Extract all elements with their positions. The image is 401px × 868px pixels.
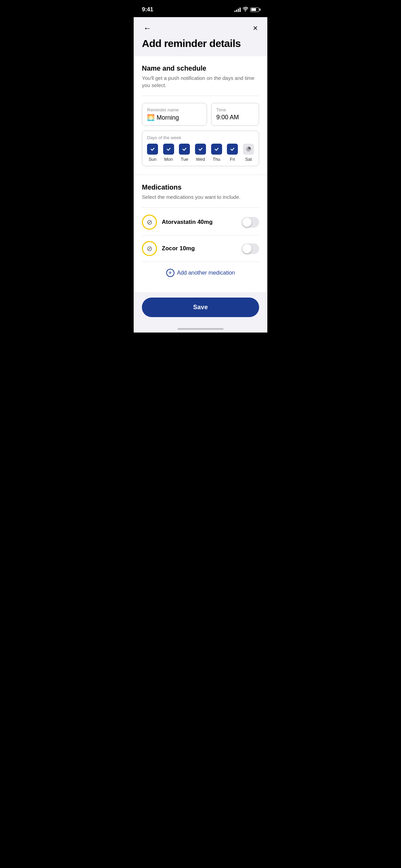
day-checkbox-sat[interactable]: [243, 144, 254, 155]
day-checkbox-wed[interactable]: [195, 144, 206, 155]
days-container[interactable]: Days of the week SunMonTueWedThuFriSat: [142, 131, 259, 166]
name-schedule-title: Name and schedule: [142, 64, 259, 72]
add-medication-label: Add another medication: [177, 270, 235, 276]
medication-icon-0: ⊘: [142, 215, 157, 230]
day-checkbox-sun[interactable]: [147, 144, 158, 155]
day-checkbox-thu[interactable]: [211, 144, 222, 155]
toggle-knob-1: [242, 244, 252, 253]
reminder-name-label: Reminder name: [147, 107, 202, 112]
status-bar: 9:41: [134, 0, 267, 17]
reminder-name-field[interactable]: Reminder name 🌅 Morning: [142, 103, 207, 126]
day-label-fri: Fri: [230, 157, 235, 162]
footer: Save: [134, 292, 267, 328]
time-label: Time: [216, 107, 254, 112]
home-indicator: [134, 328, 267, 333]
time-field[interactable]: Time 9:00 AM: [211, 103, 259, 126]
toggle-knob-0: [242, 218, 252, 227]
medication-name-1: Zocor 10mg: [162, 245, 237, 252]
page-title: Add reminder details: [142, 38, 259, 49]
day-checkbox-fri[interactable]: [227, 144, 238, 155]
medication-name-0: Atorvastatin 40mg: [162, 219, 237, 226]
name-schedule-subtitle: You'll get a push notification on the da…: [142, 74, 259, 89]
day-label-thu: Thu: [212, 157, 220, 162]
day-checkbox-mon[interactable]: [163, 144, 174, 155]
reminder-emoji: 🌅: [147, 114, 155, 121]
time-value: 9:00 AM: [216, 114, 254, 121]
medications-list: ⊘Atorvastatin 40mg⊘Zocor 10mg: [142, 215, 259, 262]
divider: [142, 96, 259, 96]
close-button[interactable]: ×: [252, 23, 259, 34]
day-item-fri[interactable]: Fri: [227, 144, 238, 162]
medication-item-1: ⊘Zocor 10mg: [142, 236, 259, 262]
medication-toggle-0[interactable]: [242, 217, 259, 228]
add-medication-icon: +: [166, 269, 174, 277]
medication-slash-icon-1: ⊘: [147, 244, 153, 253]
medications-title: Medications: [142, 183, 259, 191]
day-item-tue[interactable]: Tue: [179, 144, 190, 162]
form-row: Reminder name 🌅 Morning Time 9:00 AM: [142, 103, 259, 126]
add-medication-button[interactable]: + Add another medication: [142, 262, 259, 284]
header: ← × Add reminder details: [134, 17, 267, 56]
battery-icon: [250, 8, 259, 12]
signal-icon: [234, 7, 241, 12]
status-time: 9:41: [142, 6, 153, 13]
medication-slash-icon-0: ⊘: [147, 218, 153, 226]
day-checkbox-tue[interactable]: [179, 144, 190, 155]
day-label-tue: Tue: [181, 157, 188, 162]
header-nav: ← ×: [142, 23, 259, 34]
medication-item-0: ⊘Atorvastatin 40mg: [142, 215, 259, 236]
medication-toggle-1[interactable]: [242, 243, 259, 254]
days-label: Days of the week: [147, 135, 254, 140]
day-label-sat: Sat: [245, 157, 252, 162]
save-button[interactable]: Save: [142, 298, 259, 317]
day-item-thu[interactable]: Thu: [211, 144, 222, 162]
day-item-sun[interactable]: Sun: [147, 144, 158, 162]
day-label-wed: Wed: [196, 157, 205, 162]
day-item-sat[interactable]: Sat: [243, 144, 254, 162]
back-button[interactable]: ←: [142, 23, 153, 34]
medications-subtitle: Select the medications you want to inclu…: [142, 193, 259, 201]
wifi-icon: [243, 7, 248, 12]
medications-section: Medications Select the medications you w…: [134, 175, 267, 292]
screen: ← × Add reminder details Name and schedu…: [134, 17, 267, 333]
name-schedule-section: Name and schedule You'll get a push noti…: [134, 56, 267, 174]
reminder-name-value: 🌅 Morning: [147, 114, 202, 121]
home-bar: [178, 328, 223, 330]
day-label-sun: Sun: [148, 157, 156, 162]
medication-icon-1: ⊘: [142, 241, 157, 256]
day-item-wed[interactable]: Wed: [195, 144, 206, 162]
day-item-mon[interactable]: Mon: [163, 144, 174, 162]
status-icons: [234, 7, 259, 12]
days-row: SunMonTueWedThuFriSat: [147, 144, 254, 162]
medications-divider: [142, 207, 259, 208]
day-label-mon: Mon: [164, 157, 173, 162]
